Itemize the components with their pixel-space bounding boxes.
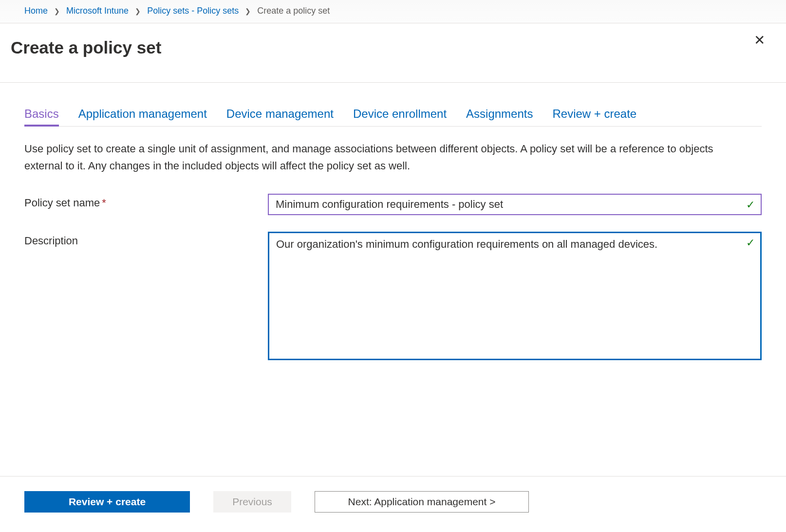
tabs: Basics Application management Device man… xyxy=(24,107,762,127)
tab-device-management[interactable]: Device management xyxy=(226,107,334,127)
breadcrumb-link-intune[interactable]: Microsoft Intune xyxy=(66,6,129,16)
form-row-name: Policy set name* ✓ xyxy=(24,194,762,215)
chevron-right-icon: ❯ xyxy=(245,7,251,15)
page-header: Create a policy set ✕ xyxy=(0,23,786,83)
description-input[interactable] xyxy=(268,232,762,360)
review-create-button[interactable]: Review + create xyxy=(24,491,190,513)
close-button[interactable]: ✕ xyxy=(750,32,769,63)
tab-assignments[interactable]: Assignments xyxy=(466,107,533,127)
next-button[interactable]: Next: Application management > xyxy=(315,491,529,513)
breadcrumb: Home ❯ Microsoft Intune ❯ Policy sets - … xyxy=(0,0,786,23)
tab-basics[interactable]: Basics xyxy=(24,107,59,127)
breadcrumb-current: Create a policy set xyxy=(257,6,330,16)
policy-set-name-label: Policy set name* xyxy=(24,194,268,209)
policy-set-name-input[interactable] xyxy=(268,194,762,215)
chevron-right-icon: ❯ xyxy=(135,7,141,15)
tab-application-management[interactable]: Application management xyxy=(78,107,207,127)
content-area: Basics Application management Device man… xyxy=(0,83,786,476)
previous-button: Previous xyxy=(213,491,291,513)
description-label: Description xyxy=(24,232,268,247)
page-title: Create a policy set xyxy=(11,38,161,57)
close-icon: ✕ xyxy=(754,33,765,48)
intro-text: Use policy set to create a single unit o… xyxy=(24,140,745,174)
footer: Review + create Previous Next: Applicati… xyxy=(0,476,786,532)
form-row-description: Description ✓ xyxy=(24,232,762,362)
breadcrumb-link-home[interactable]: Home xyxy=(24,6,48,16)
chevron-right-icon: ❯ xyxy=(54,7,60,15)
tab-review-create[interactable]: Review + create xyxy=(552,107,636,127)
required-indicator: * xyxy=(102,197,106,209)
tab-device-enrollment[interactable]: Device enrollment xyxy=(353,107,447,127)
breadcrumb-link-policy-sets[interactable]: Policy sets - Policy sets xyxy=(147,6,239,16)
